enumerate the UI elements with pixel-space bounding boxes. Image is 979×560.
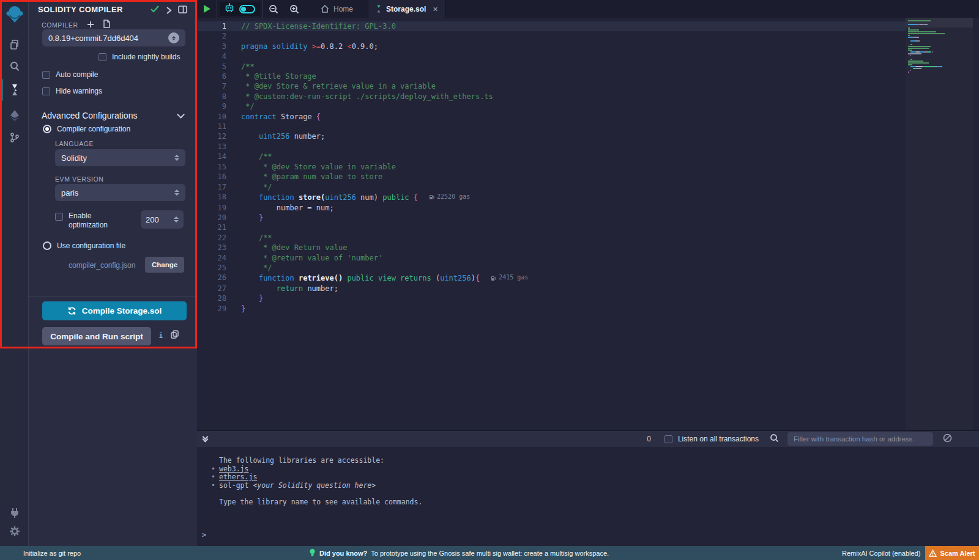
compiler-version-select[interactable]: 0.8.19+commit.7dd6d404 (42, 29, 185, 46)
code-line[interactable]: 15 * @dev Store value in variable (197, 162, 906, 172)
code-editor[interactable]: 1// SPDX-License-Identifier: GPL-3.023pr… (197, 18, 979, 430)
tab-bar: Home Storage.sol × (197, 0, 979, 18)
git-branch-icon[interactable] (0, 127, 29, 148)
settings-gear-icon[interactable] (0, 521, 29, 542)
code-line[interactable]: 9 */ (197, 101, 906, 111)
terminal-search-icon[interactable] (770, 433, 779, 445)
library-link[interactable]: web3.js (219, 465, 248, 473)
remix-logo-icon[interactable] (0, 4, 29, 27)
code-line[interactable]: 1// SPDX-License-Identifier: GPL-3.0 (197, 21, 906, 31)
code-line[interactable]: 2 (197, 31, 906, 41)
stepper-arrows-icon[interactable] (174, 216, 179, 223)
code-line[interactable]: 17 */ (197, 182, 906, 192)
compile-button-label: Compile Storage.sol (82, 306, 162, 315)
info-icon[interactable]: i (158, 331, 163, 340)
terminal-line[interactable]: ethers.js (197, 473, 979, 482)
line-number: 15 (197, 162, 233, 172)
code-line[interactable]: 23 * @dev Return value (197, 243, 906, 252)
line-text: * @return value of 'number' (233, 253, 382, 263)
terminal-line: The following libraries are accessible: (197, 457, 979, 465)
auto-compile-label: Auto compile (56, 70, 98, 79)
ai-robot-icon[interactable] (225, 3, 234, 15)
code-line[interactable]: 10contract Storage { (197, 112, 906, 122)
compiler-configuration-radio[interactable] (43, 125, 51, 133)
line-text: * @title Storage (233, 72, 316, 81)
compile-button[interactable]: Compile Storage.sol (42, 301, 187, 320)
tab-home[interactable]: Home (313, 0, 360, 18)
code-line[interactable]: 4 (197, 51, 906, 61)
copilot-status[interactable]: RemixAI Copilot (enabled) (842, 550, 920, 557)
panel-divider (29, 296, 197, 297)
code-line[interactable]: 7 * @dev Store & retrieve value in a var… (197, 81, 906, 91)
library-link[interactable]: ethers.js (219, 473, 257, 481)
terminal-line[interactable]: web3.js (197, 465, 979, 474)
evm-version-value: paris (61, 188, 174, 197)
code-line[interactable]: 14 /** (197, 152, 906, 161)
code-line[interactable]: 16 * @param num value to store (197, 172, 906, 182)
clear-console-icon[interactable] (943, 433, 952, 445)
hide-warnings-checkbox[interactable] (42, 87, 50, 95)
solidity-compiler-icon[interactable] (0, 79, 29, 100)
code-line[interactable]: 8 * @custom:dev-run-script ./scripts/dep… (197, 92, 906, 101)
deploy-run-icon[interactable] (0, 105, 29, 126)
code-line[interactable]: 21 (197, 223, 906, 232)
enable-optimization-checkbox[interactable] (55, 213, 63, 221)
code-line[interactable]: 26 function retrieve() public view retur… (197, 273, 906, 284)
code-line[interactable]: 22 /** (197, 233, 906, 243)
terminal-collapse-icon[interactable] (203, 437, 207, 441)
search-icon[interactable] (0, 56, 29, 77)
code-line[interactable]: 13 (197, 142, 906, 152)
compile-and-run-button[interactable]: Compile and Run script (42, 327, 151, 345)
advanced-configurations-header[interactable]: Advanced Configurations (42, 111, 184, 120)
close-tab-icon[interactable]: × (433, 4, 437, 14)
code-line[interactable]: 6 * @title Storage (197, 72, 906, 81)
code-line[interactable]: 20 } (197, 213, 906, 223)
include-nightly-checkbox[interactable] (99, 53, 106, 61)
zoom-in-icon[interactable] (284, 0, 305, 18)
code-line[interactable]: 29} (197, 304, 906, 314)
language-select[interactable]: Solidity (55, 149, 185, 166)
line-number: 28 (197, 293, 233, 303)
tab-storage-sol[interactable]: Storage.sol × (368, 0, 446, 18)
line-number: 25 (197, 263, 233, 273)
code-line[interactable]: 25 */ (197, 263, 906, 273)
minimap[interactable] (906, 18, 973, 430)
terminal[interactable]: The following libraries are accessible:w… (197, 447, 979, 546)
code-line[interactable]: 3pragma solidity >=0.8.2 <0.9.0; (197, 42, 906, 51)
code-line[interactable]: 19 number = num; (197, 203, 906, 213)
use-config-file-radio[interactable] (43, 241, 51, 250)
transaction-filter-input[interactable] (787, 432, 933, 446)
line-text: } (233, 304, 245, 314)
code-line[interactable]: 11 (197, 122, 906, 131)
language-value: Solidity (61, 153, 174, 163)
tip-text: To prototype using the Gnosis safe multi… (371, 550, 609, 557)
git-init-label[interactable]: Initialize as git repo (23, 550, 81, 557)
select-arrows-icon (174, 155, 179, 161)
code-line[interactable]: 5/** (197, 62, 906, 72)
auto-compile-checkbox[interactable] (42, 71, 50, 79)
code-line[interactable]: 18 function store(uint256 num) public {2… (197, 192, 906, 203)
scam-alert-button[interactable]: Scam Alert (925, 546, 979, 560)
split-view-icon[interactable] (178, 5, 187, 16)
code-line[interactable]: 28 } (197, 293, 906, 303)
optimization-runs-input[interactable]: 200 (141, 210, 184, 229)
plugin-manager-icon[interactable] (0, 503, 29, 523)
tab-home-label: Home (333, 5, 353, 13)
chevron-right-icon[interactable] (166, 6, 172, 17)
line-text: function retrieve() public view returns … (233, 273, 528, 284)
code-line[interactable]: 27 return number; (197, 284, 906, 293)
main-area: Home Storage.sol × 1// SPDX-License-Iden… (197, 0, 979, 546)
ai-copilot-toggle[interactable] (239, 5, 255, 13)
code-line[interactable]: 24 * @return value of 'number' (197, 253, 906, 263)
run-script-play-button[interactable] (197, 0, 217, 18)
evm-version-select[interactable]: paris (55, 184, 185, 201)
hide-warnings-row: Hide warnings (42, 87, 102, 95)
zoom-out-icon[interactable] (263, 0, 284, 18)
copy-icon[interactable] (171, 330, 179, 341)
line-number: 20 (197, 213, 233, 223)
line-number: 16 (197, 172, 233, 182)
code-line[interactable]: 12 uint256 number; (197, 131, 906, 141)
change-config-button[interactable]: Change (145, 257, 184, 273)
file-explorer-icon[interactable] (0, 34, 29, 55)
listen-transactions-checkbox[interactable] (664, 435, 672, 443)
